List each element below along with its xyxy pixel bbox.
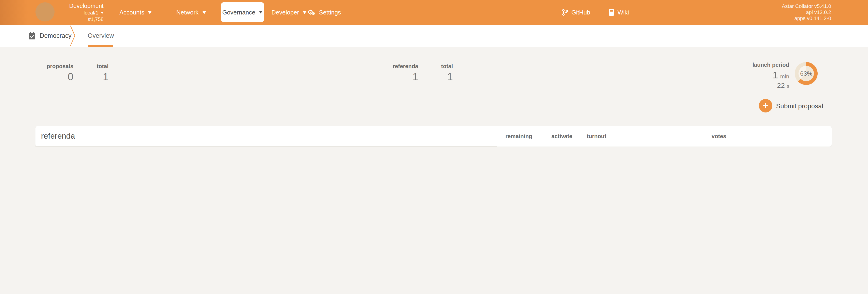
chevron-down-icon xyxy=(148,11,152,14)
network-name: Development xyxy=(69,3,103,9)
column-remaining: remaining xyxy=(505,126,532,147)
stat-referenda: referenda 1 xyxy=(393,63,418,83)
network-endpoint[interactable]: local/1 xyxy=(84,10,103,16)
stat-referenda-total: total 1 xyxy=(441,63,453,83)
stat-referenda-total-label: total xyxy=(441,63,453,69)
tab-overview[interactable]: Overview xyxy=(88,25,114,47)
code-branch-icon xyxy=(562,9,568,16)
column-votes: votes xyxy=(712,126,726,147)
launch-donut: 63% xyxy=(795,62,818,85)
nav-settings-label: Settings xyxy=(319,9,341,16)
wiki-link[interactable]: Wiki xyxy=(609,0,629,25)
stat-proposals-total-value: 1 xyxy=(103,71,109,83)
chevron-down-icon xyxy=(303,11,307,14)
version-info: Astar Collator v5.41.0 api v12.0.2 apps … xyxy=(782,3,831,22)
launch-period-seconds-unit: s xyxy=(787,84,789,89)
wiki-label: Wiki xyxy=(618,9,629,16)
breadcrumb-chevron-icon xyxy=(70,25,75,46)
nav-network[interactable]: Network xyxy=(176,0,206,25)
launch-period-minutes-unit: min xyxy=(780,73,789,80)
stat-referenda-total-value: 1 xyxy=(447,71,453,83)
launch-period-label: launch period xyxy=(752,62,789,68)
launch-period-value: 1 min xyxy=(773,69,789,81)
network-endpoint-label: local/1 xyxy=(84,10,98,16)
nav-accounts[interactable]: Accounts xyxy=(119,0,152,25)
network-selector[interactable]: Development local/1 #1,758 xyxy=(55,3,103,22)
network-logo[interactable] xyxy=(35,2,55,22)
referenda-summary: referenda 1 total 1 xyxy=(393,63,453,83)
nav-settings[interactable]: ⚙⚙ Settings xyxy=(307,0,341,25)
launch-donut-percentage: 63% xyxy=(800,70,812,77)
tab-overview-label: Overview xyxy=(88,32,114,39)
chevron-down-icon xyxy=(202,11,206,14)
gears-icon: ⚙⚙ xyxy=(307,8,316,17)
nav-developer-label: Developer xyxy=(272,9,299,16)
stat-proposals-total: total 1 xyxy=(97,63,109,83)
calendar-check-icon xyxy=(28,32,35,39)
referenda-section-title: referenda xyxy=(41,126,75,147)
nav-accounts-label: Accounts xyxy=(119,9,144,16)
launch-period-subvalue: 22 s xyxy=(777,81,789,90)
best-block-number: #1,758 xyxy=(88,16,103,22)
submit-proposal-button[interactable]: + Submit proposal xyxy=(759,99,823,113)
main-content: proposals 0 total 1 referenda 1 total 1 … xyxy=(0,47,868,147)
stat-referenda-label: referenda xyxy=(393,63,418,69)
column-turnout: turnout xyxy=(587,126,606,147)
launch-period-minutes: 1 xyxy=(773,69,778,80)
chevron-down-icon xyxy=(259,11,263,13)
launch-period-stat: launch period 1 min 22 s xyxy=(752,62,789,90)
app-window: Development local/1 #1,758 Accounts Netw… xyxy=(0,0,868,147)
github-label: GitHub xyxy=(571,9,590,16)
stat-proposals-total-label: total xyxy=(97,63,109,69)
stat-proposals-label: proposals xyxy=(46,63,73,69)
proposals-summary: proposals 0 total 1 xyxy=(46,63,108,83)
api-version: api v12.0.2 xyxy=(782,9,831,16)
stat-proposals-value: 0 xyxy=(68,71,73,83)
book-icon xyxy=(609,9,614,16)
nav-network-label: Network xyxy=(176,9,198,16)
column-activate: activate xyxy=(552,126,572,147)
apps-version: apps v0.141.2-0 xyxy=(782,16,831,22)
plus-icon: + xyxy=(759,99,772,113)
nav-developer[interactable]: Developer xyxy=(272,0,307,25)
chevron-down-icon xyxy=(101,12,103,14)
breadcrumb: Democracy xyxy=(28,25,71,47)
nav-governance-label: Governance xyxy=(222,9,255,16)
github-link[interactable]: GitHub xyxy=(562,0,590,25)
stat-proposals: proposals 0 xyxy=(46,63,73,83)
stat-referenda-value: 1 xyxy=(412,71,418,83)
nav-governance-active[interactable]: Governance xyxy=(221,2,264,22)
top-bar: Development local/1 #1,758 Accounts Netw… xyxy=(0,0,868,25)
node-version: Astar Collator v5.41.0 xyxy=(782,3,831,9)
submit-proposal-label: Submit proposal xyxy=(776,102,823,110)
referenda-header-card: referenda remaining activate turnout vot… xyxy=(35,126,832,147)
page-title: Democracy xyxy=(40,32,71,39)
launch-period-seconds: 22 xyxy=(777,81,785,89)
tab-bar: Democracy Overview xyxy=(0,25,868,47)
